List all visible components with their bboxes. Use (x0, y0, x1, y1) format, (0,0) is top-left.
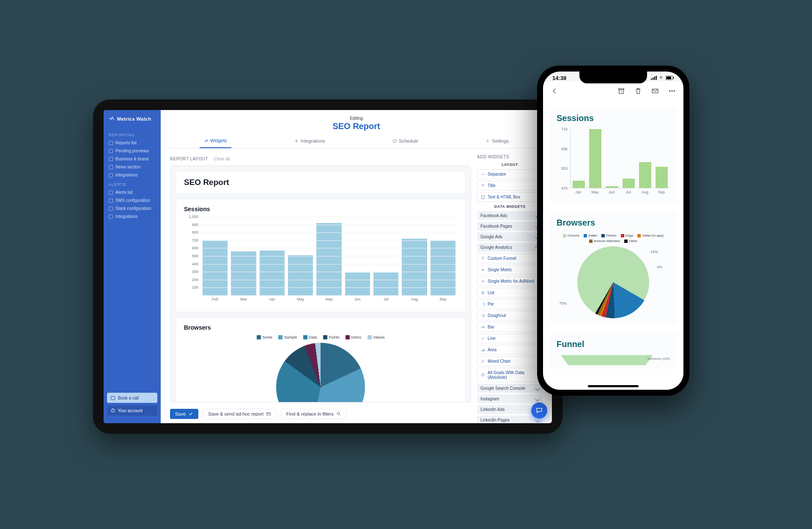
accordion-instagram[interactable]: Instagram (477, 394, 543, 403)
your-account-button[interactable]: Your account (107, 405, 157, 416)
sessions-chart-card[interactable]: Sessions 1002003004005006007008009001,00… (176, 200, 465, 311)
report-layout-label: REPORT LAYOUT (170, 157, 208, 161)
bolt-icon (109, 173, 113, 177)
widget-all-goals-with-data-absolute-[interactable]: All Goals With Data (Absolute) (477, 368, 543, 382)
svg-rect-4 (482, 196, 485, 198)
chevron-down-icon (535, 386, 540, 391)
tab-integrations[interactable]: Integrations (290, 135, 329, 148)
browsers-chart-title: Browsers (184, 324, 457, 331)
pie-label-16: 16% (650, 250, 658, 254)
book-call-button[interactable]: Book a call (107, 393, 157, 403)
sidebar-item-alerts-list[interactable]: Alerts list (104, 188, 161, 196)
sidebar-item-integrations-alerts[interactable]: Integrations (104, 212, 161, 220)
archive-button[interactable] (617, 86, 626, 96)
accordion-google-search-console[interactable]: Google Search Console (477, 384, 543, 393)
widget-list[interactable]: List (477, 288, 543, 298)
gear-icon (486, 139, 490, 143)
check-icon (188, 411, 193, 416)
widget-title[interactable]: Title (477, 181, 543, 190)
svg-point-17 (669, 91, 670, 91)
clear-all-button[interactable]: Clear all (214, 157, 230, 161)
widget-single-metric[interactable]: Single Metric (477, 265, 543, 275)
widget-separator[interactable]: Separator (477, 169, 543, 179)
save-send-button[interactable]: Save & send ad-hoc report (203, 409, 277, 419)
widget-type-icon (481, 302, 485, 306)
sidebar-header-alerts: ALERTS (109, 182, 156, 187)
widget-bar[interactable]: Bar (477, 322, 543, 332)
svg-point-6 (337, 412, 340, 415)
save-button[interactable]: Save (170, 409, 198, 419)
accordion-google-analytics[interactable]: Google Analytics (477, 243, 543, 252)
widget-custom-funnel[interactable]: Custom Funnel (477, 253, 543, 263)
sidebar: Metrics Watch REPORTING Reports list Pen… (104, 110, 161, 423)
browsers-chart-card[interactable]: Browsers SomeSampleDataPointsDemoValues (176, 318, 465, 402)
widget-type-icon (481, 336, 485, 341)
mail-icon (651, 87, 659, 95)
chat-fab[interactable] (531, 402, 547, 419)
tab-schedule[interactable]: Schedule (388, 135, 422, 148)
separator-icon (481, 172, 485, 176)
sidebar-item-pending-previews[interactable]: Pending previews (104, 147, 161, 155)
list-icon (109, 141, 113, 145)
svg-point-19 (674, 91, 675, 91)
mobile-sessions-chart: 470553636719 AprMayJunJulAugSep (557, 129, 670, 197)
mobile-funnel-card: Funnel Sessions (145) (550, 333, 677, 369)
funnel-caption: Sessions (145) (647, 357, 670, 361)
main-content: Editing SEO Report Widgets Integrations … (161, 110, 552, 423)
layout-subheader: LAYOUT (477, 163, 543, 167)
pie-label-4: 4% (657, 265, 662, 269)
report-title: SEO Report (184, 178, 457, 187)
search-icon (336, 411, 341, 416)
widget-mixed-chart[interactable]: Mixed Chart (477, 356, 543, 366)
mobile-sessions-title: Sessions (557, 113, 670, 123)
sidebar-item-business-brand[interactable]: Business & brand (104, 155, 161, 163)
widget-type-icon (481, 291, 485, 295)
bolt-icon (109, 215, 113, 219)
accordion-facebook-pages[interactable]: Facebook Pages (477, 222, 543, 231)
chat-icon (535, 407, 543, 414)
sidebar-item-sms-config[interactable]: SMS configuration (104, 196, 161, 204)
sidebar-item-reports-list[interactable]: Reports list (104, 139, 161, 147)
more-button[interactable] (667, 86, 677, 96)
widget-type-icon (481, 373, 485, 377)
widget-single-metric-for-adword[interactable]: Single Metric for AdWord (477, 276, 543, 286)
back-button[interactable] (550, 86, 559, 96)
accordion-google-ads[interactable]: Google Ads (477, 232, 543, 241)
find-replace-button[interactable]: Find & replace in filters (281, 409, 347, 419)
widget-text-html[interactable]: Text & HTML Box (477, 192, 543, 202)
phone-notch (579, 72, 647, 83)
power-icon (110, 408, 115, 413)
page-title: SEO Report (170, 121, 543, 131)
widget-type-icon (481, 348, 485, 352)
phone-content[interactable]: Sessions 470553636719 AprMayJunJulAugSep… (543, 101, 683, 390)
tab-widgets[interactable]: Widgets (200, 135, 231, 148)
widget-line[interactable]: Line (477, 333, 543, 343)
sessions-bar-chart: 1002003004005006007008009001,000 FebMarA… (184, 217, 457, 306)
svg-rect-9 (654, 77, 655, 80)
sidebar-item-slack-config[interactable]: Slack configuration (104, 204, 161, 212)
widget-area[interactable]: Area (477, 345, 543, 355)
editing-label: Editing (170, 116, 543, 121)
sidebar-item-news-section[interactable]: News section (104, 163, 161, 171)
delete-button[interactable] (634, 86, 643, 96)
svg-point-3 (487, 141, 488, 142)
mail-button[interactable] (650, 86, 660, 96)
widget-doughnut[interactable]: Doughnut (477, 311, 543, 320)
accordion-facebook-ads[interactable]: Facebook Ads (477, 211, 543, 220)
title-icon (481, 184, 485, 188)
widget-pie[interactable]: Pie (477, 299, 543, 309)
text-icon (481, 195, 485, 199)
sidebar-item-integrations-reporting[interactable]: Integrations (104, 171, 161, 179)
svg-rect-13 (673, 77, 674, 79)
mobile-sessions-card: Sessions 470553636719 AprMayJunJulAugSep (550, 107, 677, 204)
widget-type-icon (481, 279, 485, 284)
list-icon (109, 198, 113, 203)
sessions-chart-title: Sessions (184, 206, 457, 212)
signal-icon (651, 76, 657, 80)
add-widgets-panel: ADD WIDGETS LAYOUT Separator Title Text … (477, 154, 543, 405)
mobile-browsers-card: Browsers ChromeSafariFirefoxEdgeSafari (… (550, 211, 677, 325)
data-widgets-subheader: DATA WIDGETS (477, 204, 543, 209)
report-title-card[interactable]: SEO Report (176, 172, 465, 193)
widget-type-icon (481, 256, 485, 261)
tab-settings[interactable]: Settings (481, 135, 513, 148)
